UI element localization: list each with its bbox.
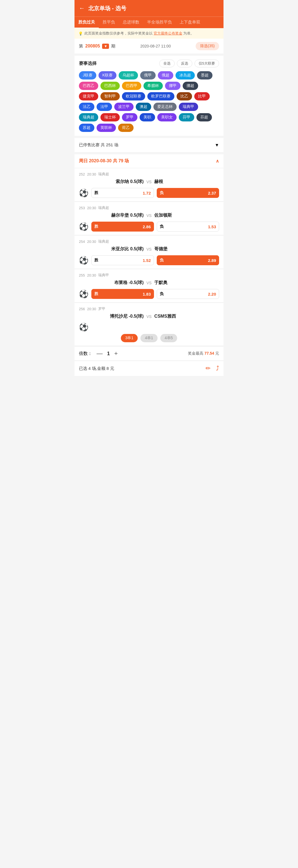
- period-suffix: 期: [111, 43, 115, 49]
- match-card-254: 254 20:30 瑞典超 米亚尔比 0.5(球) VS 哥德堡 ⚽ 胜 1.5…: [74, 236, 224, 269]
- league-tag-比甲[interactable]: 比甲: [194, 92, 210, 100]
- period-dropdown[interactable]: ▼: [102, 43, 109, 49]
- league-tag-美职[interactable]: 美职: [140, 113, 155, 121]
- league-tag-瑞典超[interactable]: 瑞典超: [79, 113, 98, 121]
- win-btn[interactable]: 胜 1.52: [91, 255, 154, 265]
- league-tag-J联赛[interactable]: J联赛: [79, 71, 96, 80]
- home-team: 米亚尔比 0.5(球): [79, 246, 144, 252]
- invert-button[interactable]: 反选: [177, 60, 192, 67]
- league-tag-俄甲[interactable]: 俄甲: [140, 71, 156, 80]
- combo-tag-4串1[interactable]: 4串1: [140, 334, 158, 342]
- tab-bar: 胜负过关胜平负总进球数半全场胜平负上下盘单双: [74, 17, 224, 28]
- league-tag-苏超[interactable]: 苏超: [79, 124, 94, 132]
- league-tag-墨超[interactable]: 墨超: [197, 71, 212, 80]
- league-tag-巴西杯[interactable]: 巴西杯: [100, 82, 120, 90]
- period-row: 第 200805 ▼ 期 2020-08-27 11:00 筛选(35): [74, 39, 224, 54]
- league-tag-芬甲[interactable]: 芬甲: [179, 113, 194, 121]
- league-tag-瑞士杯[interactable]: 瑞士杯: [100, 113, 120, 121]
- league-tag-美职女[interactable]: 美职女: [157, 113, 176, 121]
- share-icon[interactable]: ⤴: [216, 365, 219, 372]
- combo-tag-4串5[interactable]: 4串5: [160, 334, 177, 342]
- league-tag-欧冠联赛[interactable]: 欧冠联赛: [122, 92, 145, 100]
- league-tag-法甲[interactable]: 法甲: [97, 103, 112, 111]
- match-league: 瑞典超: [98, 205, 109, 210]
- league-tag-捷克甲[interactable]: 捷克甲: [79, 92, 98, 100]
- league-tag-法乙[interactable]: 法乙: [79, 103, 94, 111]
- match-time: 20:30: [87, 240, 96, 244]
- prize-info: 奖金最高 77.54 元: [188, 351, 219, 356]
- match-card-256: 256 20:30 罗甲 博托沙尼 -0.5(球) VS CSMS雅西 ⚽ 3串…: [74, 303, 224, 346]
- match-league: 瑞典甲: [98, 273, 109, 278]
- league-tag-K联赛[interactable]: K联赛: [99, 71, 117, 80]
- multiplier-value: 1: [107, 351, 110, 356]
- league-tag-澳超[interactable]: 澳超: [136, 103, 151, 111]
- league-tag-挪超[interactable]: 挪超: [183, 82, 198, 90]
- lose-btn[interactable]: 负 2.20: [157, 289, 219, 299]
- notice-bulb-icon: 💡: [78, 31, 83, 36]
- tab-上下盘单双[interactable]: 上下盘单双: [176, 17, 204, 28]
- match-num: 256: [79, 307, 85, 311]
- vs-text: VS: [146, 247, 152, 251]
- win-btn[interactable]: 胜 1.72: [91, 188, 154, 198]
- tab-总进球数[interactable]: 总进球数: [119, 17, 143, 28]
- select-all-button[interactable]: 全选: [159, 60, 175, 67]
- league-tag-乌超杯[interactable]: 乌超杯: [119, 71, 138, 80]
- top5-button[interactable]: 仅5大联赛: [195, 60, 219, 67]
- header: ← 北京单场 - 选号: [74, 0, 224, 17]
- win-btn[interactable]: 胜 2.86: [91, 222, 154, 231]
- league-tag-希腊杯[interactable]: 希腊杯: [143, 82, 163, 90]
- match-time: 20:30: [87, 273, 96, 277]
- day-header: 周日 2020-08-30 共 79 场 ∧: [74, 154, 224, 168]
- league-tag-冰岛超[interactable]: 冰岛超: [175, 71, 195, 80]
- home-team: 索尔纳 0.5(球): [79, 179, 144, 185]
- notice-bar: 💡 此页面奖金指数仅供参考，实际中奖奖金以 官方最终公布奖金 为准。: [74, 28, 224, 39]
- league-tag-比乙[interactable]: 比乙: [176, 92, 192, 100]
- league-tag-荷乙[interactable]: 荷乙: [118, 124, 134, 132]
- match-league: 瑞典超: [98, 172, 109, 177]
- plus-button[interactable]: +: [114, 350, 118, 357]
- lose-btn[interactable]: 负 2.89: [157, 255, 219, 265]
- home-team: 博托沙尼 -0.5(球): [79, 313, 144, 319]
- footer-info: 已选 4 场,金额 8 元: [79, 366, 114, 371]
- league-tag-芬超[interactable]: 芬超: [196, 113, 212, 121]
- vs-text: VS: [146, 281, 152, 285]
- league-tag-巴西乙[interactable]: 巴西乙: [79, 82, 98, 90]
- match-card-252: 252 20:30 瑞典超 索尔纳 0.5(球) VS 赫根 ⚽ 胜 1.72 …: [74, 168, 224, 202]
- league-tag-挪甲[interactable]: 挪甲: [165, 82, 180, 90]
- league-tag-爱足总杯[interactable]: 爱足总杯: [154, 103, 176, 111]
- lose-btn[interactable]: 负 1.53: [157, 222, 219, 231]
- soccer-ball-icon: ⚽: [79, 289, 89, 299]
- league-tag-智利甲[interactable]: 智利甲: [100, 92, 120, 100]
- win-btn[interactable]: 胜 1.83: [91, 289, 154, 299]
- vs-text: VS: [146, 213, 152, 218]
- filter-button[interactable]: 筛选(35): [196, 42, 219, 50]
- league-tag-巴西甲[interactable]: 巴西甲: [122, 82, 141, 90]
- lose-btn[interactable]: 负 2.37: [157, 188, 219, 198]
- home-team: 布莱格 -0.5(球): [79, 280, 144, 286]
- sold-out-row[interactable]: 已停售比赛 共 251 场 ▼: [74, 138, 224, 152]
- sold-out-text: 已停售比赛 共 251 场: [79, 143, 119, 148]
- league-tag-英联杯[interactable]: 英联杯: [97, 124, 116, 132]
- league-tag-欧罗巴联赛[interactable]: 欧罗巴联赛: [147, 92, 174, 100]
- combo-tag-3串1[interactable]: 3串1: [121, 334, 138, 342]
- day-collapse-icon[interactable]: ∧: [216, 158, 219, 164]
- period-prefix: 第: [79, 43, 83, 49]
- tab-胜平负[interactable]: 胜平负: [99, 17, 119, 28]
- match-num: 252: [79, 172, 85, 176]
- match-num: 253: [79, 206, 85, 210]
- league-tag-罗甲[interactable]: 罗甲: [122, 113, 137, 121]
- league-tag-瑞典甲[interactable]: 瑞典甲: [179, 103, 198, 111]
- league-tag-俄超[interactable]: 俄超: [158, 71, 173, 80]
- tab-半全场胜平负[interactable]: 半全场胜平负: [143, 17, 176, 28]
- notice-text: 此页面奖金指数仅供参考，实际中奖奖金以 官方最终公布奖金 为准。: [85, 31, 194, 36]
- minus-button[interactable]: —: [97, 350, 103, 357]
- back-button[interactable]: ←: [79, 5, 85, 12]
- tab-胜负过关[interactable]: 胜负过关: [74, 17, 99, 28]
- away-team: 于默奥: [154, 280, 219, 286]
- notice-link[interactable]: 官方最终公布奖金: [154, 31, 183, 35]
- league-tag-波兰甲[interactable]: 波兰甲: [114, 103, 134, 111]
- match-league: 罗甲: [98, 306, 105, 311]
- multiplier-bar: 倍数： — 1 + 奖金最高 77.54 元: [74, 346, 224, 361]
- edit-icon[interactable]: ✏: [205, 365, 210, 372]
- combo-row: 3串14串14串5: [79, 334, 219, 342]
